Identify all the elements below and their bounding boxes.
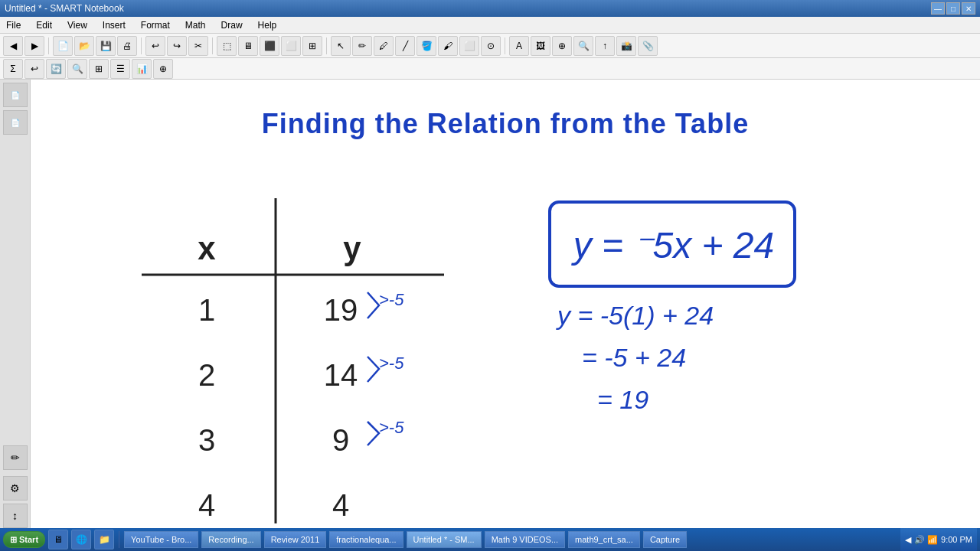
taskbar-math9-crt[interactable]: math9_crt_sa... <box>568 531 640 548</box>
tb2-table[interactable]: ⊞ <box>89 59 109 79</box>
tb2-zoom2[interactable]: 🔍 <box>67 59 87 79</box>
tb-zoom[interactable]: 🔍 <box>573 36 593 56</box>
lp-page1[interactable]: 📄 <box>3 83 28 107</box>
taskbar-show-desktop[interactable]: 🖥 <box>48 530 68 549</box>
tb-pointer[interactable]: ↖ <box>331 36 351 56</box>
menu-edit[interactable]: Edit <box>33 18 55 32</box>
taskbar-capture[interactable]: Capture <box>643 531 687 548</box>
start-label: Start <box>19 535 38 544</box>
lp-move[interactable]: ↕ <box>3 504 28 528</box>
menu-bar: File Edit View Insert Format Math Draw H… <box>0 17 980 34</box>
svg-text:3: 3 <box>198 423 215 457</box>
svg-text:y = -5(1) + 24: y = -5(1) + 24 <box>556 301 714 330</box>
svg-text:9: 9 <box>332 423 349 457</box>
tb2-graph[interactable]: 📊 <box>132 59 152 79</box>
notebook-canvas: Finding the Relation from the Table x y … <box>31 80 980 528</box>
tb-arrow-up[interactable]: ↑ <box>595 36 615 56</box>
close-button[interactable]: ✕ <box>962 2 975 15</box>
start-button[interactable]: ⊞ Start <box>3 531 45 548</box>
tb-pen2[interactable]: 🖊 <box>374 36 394 56</box>
tb2-rotate[interactable]: 🔄 <box>46 59 66 79</box>
system-tray: ◀ 🔊 📶 9:00 PM <box>900 528 977 551</box>
tb-forward[interactable]: ▶ <box>24 36 44 56</box>
tb-eraser[interactable]: ⬜ <box>459 36 479 56</box>
taskbar-review[interactable]: Review 2011 <box>264 531 327 548</box>
tb2-list[interactable]: ☰ <box>110 59 130 79</box>
tb-attach[interactable]: 📎 <box>638 36 658 56</box>
tb-gallery[interactable]: ⊕ <box>552 36 572 56</box>
svg-text:>-5: >-5 <box>379 354 404 373</box>
svg-text:>-5: >-5 <box>379 418 404 437</box>
sep4 <box>326 37 327 54</box>
tb-grid[interactable]: ⊞ <box>302 36 322 56</box>
menu-file[interactable]: File <box>3 18 24 32</box>
toolbar2: Σ ↩ 🔄 🔍 ⊞ ☰ 📊 ⊕ <box>0 58 980 80</box>
tray-arrow-left[interactable]: ◀ <box>905 535 911 545</box>
tb2-extra[interactable]: ⊕ <box>153 59 173 79</box>
tb-display[interactable]: 🖥 <box>238 36 258 56</box>
tb-marker[interactable]: 🖌 <box>438 36 458 56</box>
tray-icons: 🔊 📶 <box>914 535 938 545</box>
svg-text:14: 14 <box>324 358 358 392</box>
taskbar-math9-videos[interactable]: Math 9 VIDEOS... <box>485 531 565 548</box>
menu-view[interactable]: View <box>64 18 90 32</box>
tb-undo[interactable]: ↩ <box>145 36 165 56</box>
taskbar-smart-nb[interactable]: Untitled * - SM... <box>407 531 482 548</box>
left-panel: 📄 📄 ✏ ⚙ ↕ <box>0 80 31 528</box>
canvas-area[interactable]: Finding the Relation from the Table x y … <box>31 80 980 528</box>
tb-new[interactable]: 📄 <box>53 36 73 56</box>
tb2-sigma[interactable]: Σ <box>3 59 23 79</box>
menu-draw[interactable]: Draw <box>218 18 246 32</box>
menu-format[interactable]: Format <box>138 18 173 32</box>
tb2-back2[interactable]: ↩ <box>24 59 44 79</box>
svg-text:= 19: = 19 <box>597 385 648 414</box>
taskbar-youtube[interactable]: YouTube - Bro... <box>124 531 198 548</box>
svg-text:x: x <box>198 230 216 266</box>
svg-text:1: 1 <box>198 293 215 327</box>
tb-pen1[interactable]: ✏ <box>352 36 372 56</box>
lp-page2[interactable]: 📄 <box>3 110 28 135</box>
main-area: 📄 📄 ✏ ⚙ ↕ Finding the Relation from the … <box>0 80 980 528</box>
window-controls[interactable]: — □ ✕ <box>931 2 975 15</box>
tb-extend[interactable]: ⬛ <box>260 36 279 56</box>
tb-text[interactable]: A <box>509 36 529 56</box>
sep5 <box>505 37 505 54</box>
tb-blank[interactable]: ⬜ <box>281 36 301 56</box>
taskbar-fractional[interactable]: fractionalequa... <box>329 531 403 548</box>
tb-laser[interactable]: ⊙ <box>481 36 501 56</box>
tb-cut[interactable]: ✂ <box>188 36 208 56</box>
maximize-button[interactable]: □ <box>946 2 960 15</box>
svg-text:19: 19 <box>324 293 358 327</box>
tb-fill[interactable]: 🪣 <box>416 36 436 56</box>
minimize-button[interactable]: — <box>931 2 945 15</box>
tb-redo[interactable]: ↪ <box>167 36 187 56</box>
tb-back[interactable]: ◀ <box>3 36 23 56</box>
svg-text:4: 4 <box>198 488 215 522</box>
tb-open[interactable]: 📂 <box>74 36 94 56</box>
start-icon: ⊞ <box>10 535 17 545</box>
title-bar: Untitled * - SMART Notebook — □ ✕ <box>0 0 980 17</box>
tb-capture[interactable]: 📸 <box>616 36 636 56</box>
tb-print[interactable]: 🖨 <box>117 36 137 56</box>
tb-select[interactable]: ⬚ <box>217 36 237 56</box>
svg-text:2: 2 <box>198 358 215 392</box>
menu-insert[interactable]: Insert <box>100 18 129 32</box>
menu-help[interactable]: Help <box>255 18 280 32</box>
tb-image[interactable]: 🖼 <box>531 36 550 56</box>
tb-line[interactable]: ╱ <box>395 36 415 56</box>
taskbar-browser-icon[interactable]: 🌐 <box>71 530 91 549</box>
taskbar-folder-icon[interactable]: 📁 <box>94 530 114 549</box>
tb-save[interactable]: 💾 <box>96 36 116 56</box>
lp-tool[interactable]: ⚙ <box>3 476 28 500</box>
menu-math[interactable]: Math <box>182 18 209 32</box>
taskbar-recording[interactable]: Recording... <box>201 531 260 548</box>
sep1 <box>48 37 49 54</box>
title-text: Untitled * - SMART Notebook <box>5 3 124 14</box>
taskbar-sep1 <box>119 531 119 548</box>
svg-text:y: y <box>343 230 361 266</box>
lp-add[interactable]: ✏ <box>3 445 28 470</box>
toolbar1: ◀ ▶ 📄 📂 💾 🖨 ↩ ↪ ✂ ⬚ 🖥 ⬛ ⬜ ⊞ ↖ ✏ 🖊 ╱ 🪣 🖌 … <box>0 34 980 58</box>
clock: 9:00 PM <box>941 535 972 544</box>
svg-text:= -5 + 24: = -5 + 24 <box>582 343 686 372</box>
svg-text:Finding the Relation from the : Finding the Relation from the Table <box>262 108 749 139</box>
